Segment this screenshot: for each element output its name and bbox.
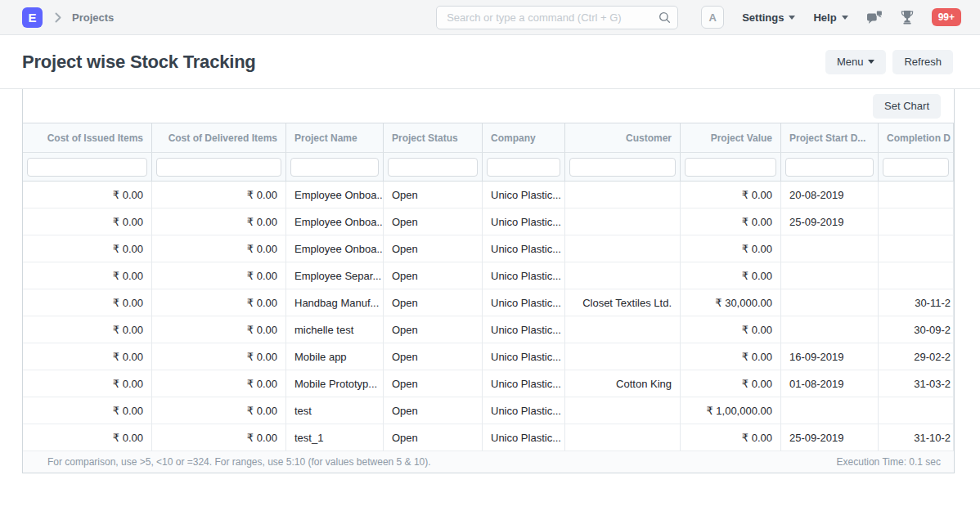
table-cell[interactable]: [565, 343, 681, 370]
table-cell[interactable]: ₹ 0.00: [152, 235, 286, 262]
set-chart-button[interactable]: Set Chart: [873, 94, 941, 119]
table-cell[interactable]: 30-09-2: [879, 316, 954, 343]
column-header[interactable]: Project Value: [681, 123, 781, 153]
table-cell[interactable]: Open: [384, 208, 483, 235]
notifications-badge[interactable]: 99+: [932, 8, 961, 26]
column-filter-input[interactable]: [883, 158, 949, 177]
column-filter-input[interactable]: [487, 158, 560, 177]
table-cell[interactable]: Unico Plastic...: [483, 343, 565, 370]
column-header[interactable]: Cost of Delivered Items: [152, 123, 286, 153]
table-cell[interactable]: ₹ 0.00: [23, 289, 152, 316]
table-cell[interactable]: Employee Onboa...: [286, 235, 384, 262]
table-cell[interactable]: ₹ 0.00: [23, 316, 152, 343]
table-cell[interactable]: Mobile Prototyp...: [286, 370, 384, 397]
table-cell[interactable]: ₹ 0.00: [152, 208, 286, 235]
breadcrumb-projects[interactable]: Projects: [72, 11, 114, 24]
table-cell[interactable]: michelle test: [286, 316, 384, 343]
table-cell[interactable]: 31-03-2: [879, 370, 954, 397]
table-cell[interactable]: Employee Onboa...: [286, 208, 384, 235]
column-filter-input[interactable]: [569, 158, 676, 177]
table-cell[interactable]: [565, 316, 681, 343]
table-cell[interactable]: Unico Plastic...: [483, 235, 565, 262]
table-cell[interactable]: ₹ 0.00: [152, 424, 286, 451]
column-header[interactable]: Company: [483, 123, 565, 153]
table-cell[interactable]: Open: [384, 316, 483, 343]
table-cell[interactable]: 25-09-2019: [781, 424, 879, 451]
refresh-button[interactable]: Refresh: [892, 50, 953, 74]
column-header[interactable]: Project Start D...: [781, 123, 879, 153]
help-dropdown[interactable]: Help: [813, 11, 847, 24]
table-cell[interactable]: Open: [384, 262, 483, 289]
table-cell[interactable]: Unico Plastic...: [483, 316, 565, 343]
table-cell[interactable]: ₹ 0.00: [152, 370, 286, 397]
table-cell[interactable]: Open: [384, 424, 483, 451]
table-cell[interactable]: Unico Plastic...: [483, 208, 565, 235]
table-cell[interactable]: [565, 208, 681, 235]
user-avatar[interactable]: A: [701, 6, 724, 29]
table-cell[interactable]: ₹ 0.00: [681, 343, 781, 370]
table-cell[interactable]: [565, 262, 681, 289]
table-cell[interactable]: ₹ 0.00: [681, 424, 781, 451]
table-cell[interactable]: Unico Plastic...: [483, 262, 565, 289]
table-cell[interactable]: test_1: [286, 424, 384, 451]
table-cell[interactable]: 20-08-2019: [781, 182, 879, 208]
table-cell[interactable]: ₹ 0.00: [152, 397, 286, 424]
column-header[interactable]: Project Status: [384, 123, 483, 153]
table-cell[interactable]: ₹ 0.00: [681, 208, 781, 235]
table-cell[interactable]: Open: [384, 397, 483, 424]
table-cell[interactable]: ₹ 0.00: [681, 182, 781, 208]
table-cell[interactable]: Unico Plastic...: [483, 370, 565, 397]
table-cell[interactable]: Unico Plastic...: [483, 397, 565, 424]
table-cell[interactable]: 25-09-2019: [781, 208, 879, 235]
table-cell[interactable]: ₹ 0.00: [23, 235, 152, 262]
search-input[interactable]: [436, 6, 678, 29]
table-cell[interactable]: [781, 262, 879, 289]
table-cell[interactable]: ₹ 0.00: [152, 289, 286, 316]
table-cell[interactable]: [565, 397, 681, 424]
column-filter-input[interactable]: [290, 158, 379, 177]
column-header[interactable]: Project Name: [286, 123, 384, 153]
table-cell[interactable]: Unico Plastic...: [483, 289, 565, 316]
table-cell[interactable]: ₹ 0.00: [23, 182, 152, 208]
column-header[interactable]: Customer: [565, 123, 681, 153]
table-cell[interactable]: ₹ 0.00: [23, 397, 152, 424]
table-cell[interactable]: Employee Separ...: [286, 262, 384, 289]
table-cell[interactable]: ₹ 0.00: [23, 370, 152, 397]
table-cell[interactable]: ₹ 30,000.00: [681, 289, 781, 316]
table-cell[interactable]: ₹ 0.00: [23, 208, 152, 235]
table-cell[interactable]: ₹ 0.00: [152, 343, 286, 370]
settings-dropdown[interactable]: Settings: [742, 11, 795, 24]
table-cell[interactable]: Employee Onboa...: [286, 182, 384, 208]
table-cell[interactable]: [781, 289, 879, 316]
column-filter-input[interactable]: [388, 158, 478, 177]
table-cell[interactable]: ₹ 0.00: [681, 370, 781, 397]
table-cell[interactable]: Mobile app: [286, 343, 384, 370]
app-logo[interactable]: E: [22, 7, 43, 28]
table-cell[interactable]: Open: [384, 343, 483, 370]
table-cell[interactable]: ₹ 0.00: [681, 262, 781, 289]
table-cell[interactable]: Handbag Manuf...: [286, 289, 384, 316]
column-filter-input[interactable]: [156, 158, 281, 177]
table-cell[interactable]: test: [286, 397, 384, 424]
table-cell[interactable]: [879, 208, 954, 235]
table-cell[interactable]: 31-10-2: [879, 424, 954, 451]
menu-button[interactable]: Menu: [825, 50, 887, 74]
table-cell[interactable]: Unico Plastic...: [483, 182, 565, 208]
table-cell[interactable]: 30-11-2: [879, 289, 954, 316]
table-cell[interactable]: Unico Plastic...: [483, 424, 565, 451]
table-cell[interactable]: Closet Textiles Ltd.: [565, 289, 681, 316]
table-cell[interactable]: [879, 182, 954, 208]
chat-icon[interactable]: [866, 10, 883, 25]
table-cell[interactable]: Cotton King: [565, 370, 681, 397]
table-cell[interactable]: ₹ 0.00: [152, 262, 286, 289]
table-cell[interactable]: [781, 397, 879, 424]
table-cell[interactable]: Open: [384, 235, 483, 262]
table-cell[interactable]: 01-08-2019: [781, 370, 879, 397]
table-cell[interactable]: 29-02-2: [879, 343, 954, 370]
column-filter-input[interactable]: [685, 158, 776, 177]
table-cell[interactable]: ₹ 0.00: [23, 343, 152, 370]
table-cell[interactable]: [781, 235, 879, 262]
column-filter-input[interactable]: [785, 158, 874, 177]
table-cell[interactable]: [781, 316, 879, 343]
table-cell[interactable]: ₹ 0.00: [23, 262, 152, 289]
